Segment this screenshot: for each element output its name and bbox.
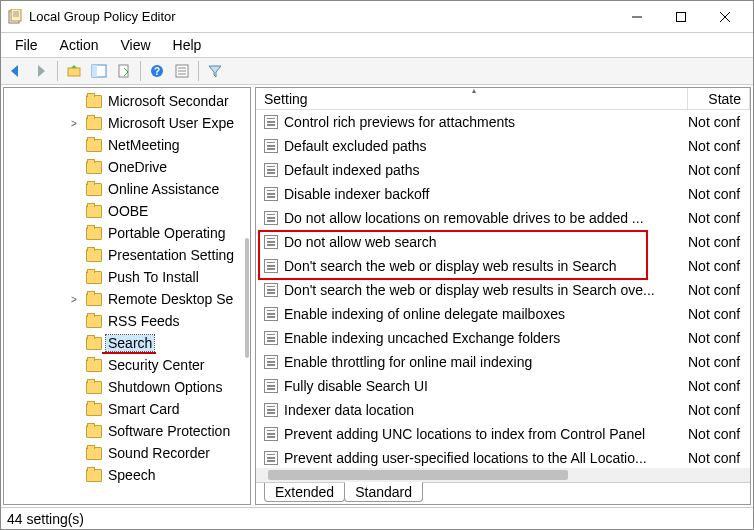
folder-icon [86,425,102,438]
back-button[interactable] [5,60,27,82]
svg-rect-1 [11,9,21,21]
list-hscrollbar[interactable] [256,468,750,482]
cell-setting: Indexer data location [256,402,688,418]
list-row[interactable]: Default excluded pathsNot conf [256,134,750,158]
tree-scrollbar[interactable] [244,88,250,504]
cell-setting: Fully disable Search UI [256,378,688,394]
tree-item[interactable]: Sound Recorder [64,442,250,464]
list-row[interactable]: Enable indexing uncached Exchange folder… [256,326,750,350]
tree-item[interactable]: Smart Card [64,398,250,420]
tree-item[interactable]: Presentation Setting [64,244,250,266]
column-setting-label: Setting [264,91,308,107]
minimize-button[interactable] [615,2,659,32]
tree-item-label: Sound Recorder [106,444,212,462]
toolbar-separator [57,61,58,81]
setting-text: Default excluded paths [284,138,426,154]
tab-standard[interactable]: Standard [344,482,423,502]
menu-file[interactable]: File [5,35,48,55]
folder-icon [86,403,102,416]
statusbar: 44 setting(s) [1,507,753,529]
menu-view[interactable]: View [110,35,160,55]
policy-icon [264,211,278,225]
setting-text: Fully disable Search UI [284,378,428,394]
titlebar: Local Group Policy Editor [1,1,753,33]
list-row[interactable]: Do not allow web searchNot conf [256,230,750,254]
list-row[interactable]: Enable throttling for online mail indexi… [256,350,750,374]
setting-text: Enable indexing of online delegate mailb… [284,306,565,322]
list-row[interactable]: Enable indexing of online delegate mailb… [256,302,750,326]
export-button[interactable] [113,60,135,82]
forward-button[interactable] [30,60,52,82]
tab-extended[interactable]: Extended [264,483,345,502]
svg-text:?: ? [154,66,160,77]
tree-item-label: Portable Operating [106,224,228,242]
close-button[interactable] [703,2,747,32]
policy-icon [264,139,278,153]
cell-state: Not conf [688,354,750,370]
help-button[interactable]: ? [146,60,168,82]
setting-text: Default indexed paths [284,162,419,178]
maximize-button[interactable] [659,2,703,32]
folder-icon [86,183,102,196]
list-row[interactable]: Default indexed pathsNot conf [256,158,750,182]
expand-icon[interactable]: > [68,118,80,129]
tree-item[interactable]: Online Assistance [64,178,250,200]
list-row[interactable]: Do not allow locations on removable driv… [256,206,750,230]
list-row[interactable]: Fully disable Search UINot conf [256,374,750,398]
up-button[interactable] [63,60,85,82]
filter-button[interactable] [204,60,226,82]
tree-item[interactable]: >Remote Desktop Se [64,288,250,310]
setting-text: Enable throttling for online mail indexi… [284,354,532,370]
list-row[interactable]: Don't search the web or display web resu… [256,254,750,278]
setting-text: Do not allow web search [284,234,437,250]
list-row[interactable]: Prevent adding UNC locations to index fr… [256,422,750,446]
folder-icon [86,205,102,218]
column-state[interactable]: State [688,88,750,109]
list-row[interactable]: Don't search the web or display web resu… [256,278,750,302]
folder-icon [86,337,102,350]
folder-icon [86,315,102,328]
sort-indicator-icon: ▴ [472,87,476,95]
menu-help[interactable]: Help [163,35,212,55]
tree-item[interactable]: Push To Install [64,266,250,288]
folder-icon [86,95,102,108]
tree-item[interactable]: NetMeeting [64,134,250,156]
tree-item[interactable]: Microsoft Secondar [64,90,250,112]
tree-item[interactable]: Software Protection [64,420,250,442]
tree-item[interactable]: Speech [64,464,250,486]
toolbar: ? [1,57,753,85]
window-title: Local Group Policy Editor [29,9,615,24]
show-tree-button[interactable] [88,60,110,82]
tree-item[interactable]: Search [64,332,250,354]
list-body: Control rich previews for attachmentsNot… [256,110,750,482]
tree-item[interactable]: OneDrive [64,156,250,178]
folder-icon [86,271,102,284]
cell-setting: Don't search the web or display web resu… [256,258,688,274]
folder-icon [86,227,102,240]
tree-item[interactable]: RSS Feeds [64,310,250,332]
policy-icon [264,403,278,417]
properties-button[interactable] [171,60,193,82]
tree-item-label: OOBE [106,202,150,220]
cell-state: Not conf [688,114,750,130]
list-row[interactable]: Control rich previews for attachmentsNot… [256,110,750,134]
cell-setting: Don't search the web or display web resu… [256,282,688,298]
tree-item[interactable]: OOBE [64,200,250,222]
details-pane: Setting ▴ State Control rich previews fo… [255,87,751,505]
cell-setting: Do not allow locations on removable driv… [256,210,688,226]
menu-action[interactable]: Action [50,35,109,55]
cell-setting: Enable indexing of online delegate mailb… [256,306,688,322]
app-icon [7,9,23,25]
list-row[interactable]: Prevent adding user-specified locations … [256,446,750,470]
list-row[interactable]: Indexer data locationNot conf [256,398,750,422]
expand-icon[interactable]: > [68,294,80,305]
tree-item[interactable]: Portable Operating [64,222,250,244]
tree-item-label: Software Protection [106,422,232,440]
tree-pane: Microsoft Secondar>Microsoft User ExpeNe… [3,87,251,505]
tree-item[interactable]: >Microsoft User Expe [64,112,250,134]
list-row[interactable]: Disable indexer backoffNot conf [256,182,750,206]
cell-state: Not conf [688,306,750,322]
tree-item[interactable]: Security Center [64,354,250,376]
tree-item[interactable]: Shutdown Options [64,376,250,398]
column-setting[interactable]: Setting ▴ [256,88,688,109]
